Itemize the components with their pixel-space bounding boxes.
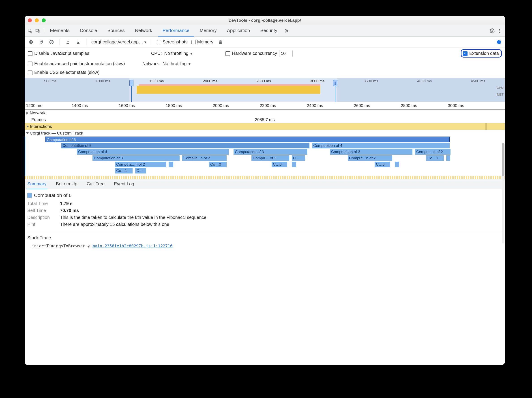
tab-console[interactable]: Console [76, 25, 102, 37]
detail-tab-eventlog[interactable]: Event Log [113, 179, 135, 189]
cpu-throttle-select[interactable]: CPU: No throttling ▼ [151, 51, 193, 56]
tab-sources[interactable]: Sources [103, 25, 129, 37]
flame-bar[interactable]: Computation of 3 [234, 149, 307, 155]
frames-track[interactable]: Frames 2085.7 ms [25, 116, 505, 123]
flame-bar[interactable]: Computation of 4 [312, 143, 450, 149]
description-label: Description [27, 215, 57, 220]
flame-bar[interactable]: Comput…n of 2 [182, 155, 227, 161]
hardware-concurrency-checkbox[interactable]: Hardware concurrency [225, 51, 277, 56]
tab-application[interactable]: Application [222, 25, 255, 37]
flame-bar[interactable]: Co…1 [426, 155, 444, 161]
summary-swatch-icon [27, 193, 32, 198]
detail-tab-calltree[interactable]: Call Tree [86, 179, 105, 189]
interactions-track[interactable]: Interactions [25, 123, 505, 130]
screenshots-checkbox[interactable]: Screenshots [157, 39, 187, 44]
total-time-value: 1.79 s [60, 201, 73, 206]
download-icon[interactable] [75, 39, 81, 45]
detail-tab-summary[interactable]: Summary [26, 179, 47, 189]
overview-dim-right [337, 78, 505, 102]
window-controls [28, 18, 46, 22]
tab-performance[interactable]: Performance [158, 25, 194, 37]
memory-checkbox[interactable]: Memory [191, 39, 213, 44]
separator [43, 28, 43, 34]
hint-value: There are approximately 15 calculations … [60, 222, 169, 227]
flame-bar-stub[interactable] [395, 162, 399, 167]
kebab-icon[interactable] [496, 28, 503, 34]
tab-elements[interactable]: Elements [45, 25, 74, 37]
track-gutter [25, 176, 505, 179]
extension-data-highlight: Extension data [461, 49, 502, 57]
clear-icon[interactable] [48, 39, 55, 45]
detail-tab-bottomup[interactable]: Bottom-Up [55, 179, 78, 189]
summary-title: Computation of 6 [27, 193, 502, 198]
flame-bar[interactable]: Computation of 3 [330, 149, 413, 155]
separator [86, 39, 86, 45]
tab-memory[interactable]: Memory [195, 25, 221, 37]
flame-bar[interactable]: Comput…n of 2 [348, 155, 393, 161]
window-title: DevTools - corgi-collage.vercel.app/ [25, 18, 505, 23]
flame-bar[interactable]: Computa…n of 2 [115, 162, 166, 167]
perf-settings-icon[interactable] [495, 39, 502, 45]
network-throttle-select[interactable]: Network: No throttling ▼ [142, 61, 191, 66]
flame-bar[interactable]: Co…1 [115, 168, 133, 174]
flame-bar[interactable]: Computation of 5 [61, 143, 310, 149]
flame-bar[interactable]: Compu… of 2 [251, 155, 290, 161]
overview-cpu-activity [137, 86, 320, 94]
disable-js-checkbox[interactable]: Disable JavaScript samples [28, 51, 89, 56]
flame-bar[interactable]: Computation of 3 [92, 155, 180, 161]
description-value: This is the time taken to calculate the … [60, 215, 206, 220]
close-icon[interactable] [28, 18, 32, 22]
custom-track-header[interactable]: Corgi track — Custom Track [25, 130, 505, 137]
selection-handle-right[interactable]: || [333, 80, 337, 86]
selection-line-right [335, 86, 336, 102]
flame-chart[interactable]: Computation of 6Computation of 5Computat… [25, 137, 505, 176]
tab-network[interactable]: Network [131, 25, 157, 37]
options-row-2: Enable advanced paint instrumentation (s… [25, 59, 505, 68]
advanced-paint-checkbox[interactable]: Enable advanced paint instrumentation (s… [28, 61, 125, 66]
scrollbar-thumb[interactable] [502, 143, 504, 176]
devtools-window: DevTools - corgi-collage.vercel.app/ Ele… [25, 16, 505, 365]
selection-line-left [131, 86, 132, 102]
flame-bar[interactable]: Computation of 4 [77, 149, 229, 155]
tab-security[interactable]: Security [256, 25, 282, 37]
flame-bar[interactable]: C…0 [375, 162, 390, 167]
stack-source-link[interactable]: main.2358fe1b2c80297b.js:1:122716 [92, 244, 173, 248]
svg-line-9 [50, 41, 53, 43]
ruler[interactable]: 1200 ms 1400 ms 1600 ms 1800 ms 2000 ms … [25, 102, 505, 110]
record-icon[interactable] [28, 39, 34, 45]
minimize-icon[interactable] [35, 18, 39, 22]
flame-bar[interactable]: Computation of 6 [45, 137, 450, 142]
extension-data-checkbox[interactable]: Extension data [463, 51, 499, 56]
upload-icon[interactable] [65, 39, 71, 45]
flame-bar[interactable]: C… [135, 168, 146, 174]
flame-bar[interactable]: Co…0 [209, 162, 227, 167]
reload-record-icon[interactable] [38, 39, 44, 45]
flame-bar-stub[interactable] [292, 162, 296, 167]
flame-bar[interactable]: Comput…n of 2 [415, 149, 451, 155]
options-row-1: Disable JavaScript samples CPU: No throt… [25, 47, 505, 59]
self-time-label: Self Time [27, 208, 57, 213]
separator [60, 39, 60, 45]
zoom-icon[interactable] [42, 18, 46, 22]
garbage-collect-icon[interactable] [217, 39, 224, 45]
css-stats-checkbox[interactable]: Enable CSS selector stats (slow) [28, 70, 99, 75]
device-toggle-icon[interactable] [34, 28, 41, 34]
flame-bar-stub[interactable] [169, 162, 174, 167]
flame-bar[interactable]: C… [292, 155, 305, 161]
frames-label: Frames [31, 117, 46, 122]
settings-icon[interactable] [489, 28, 495, 34]
flame-bar-stub[interactable] [446, 155, 450, 161]
svg-point-7 [30, 41, 32, 43]
hardware-concurrency-input[interactable] [279, 50, 293, 57]
more-tabs-icon[interactable] [283, 28, 289, 34]
svg-point-3 [499, 29, 500, 30]
inspect-icon[interactable] [27, 28, 33, 34]
vertical-scrollbar[interactable] [502, 143, 504, 244]
network-track-header[interactable]: Network [25, 110, 505, 116]
separator [152, 39, 152, 45]
selection-handle-left[interactable]: || [129, 80, 133, 86]
page-selector[interactable]: corgi-collage.vercel.app… ▼ [91, 39, 147, 44]
flame-bar[interactable]: C…0 [272, 162, 287, 167]
overview-timeline[interactable]: 500 ms1000 ms1500 ms 2000 ms2500 ms3000 … [25, 78, 505, 102]
devtools-tabbar: Elements Console Sources Network Perform… [25, 25, 505, 37]
